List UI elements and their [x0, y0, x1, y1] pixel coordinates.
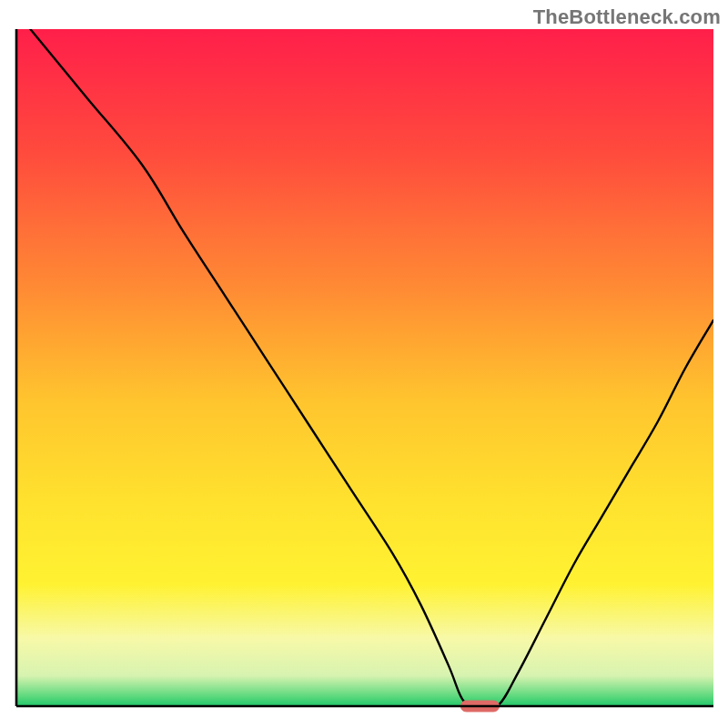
chart-svg [0, 0, 728, 728]
chart-root: TheBottleneck.com [0, 0, 728, 728]
plot-background [16, 29, 713, 706]
